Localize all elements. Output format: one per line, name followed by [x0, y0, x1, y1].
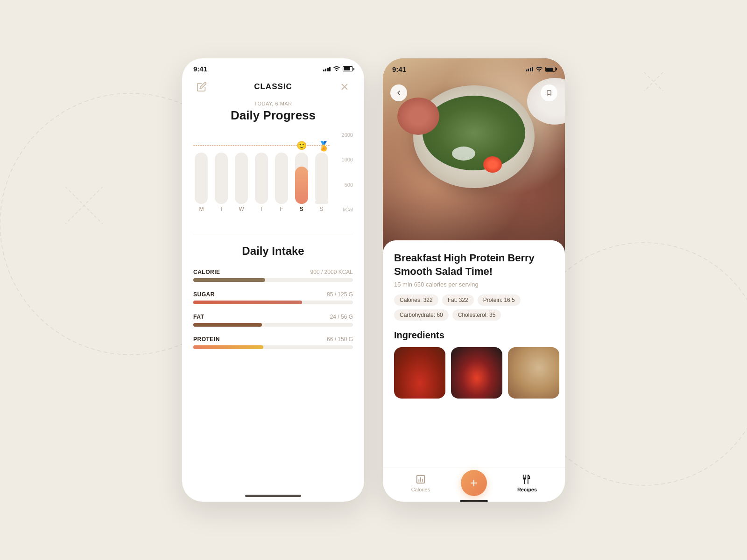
protein-value: 66 / 150 G	[327, 336, 353, 343]
recipe-title: Breakfast High Protein Berry Smooth Sala…	[394, 252, 554, 278]
edit-button[interactable]	[193, 78, 210, 95]
back-button[interactable]	[390, 84, 407, 101]
bar-emoji-S1: 🙂	[296, 140, 307, 151]
nav-calories[interactable]: Calories	[394, 474, 447, 492]
y-label-500: 500	[345, 182, 353, 188]
svg-line-2	[65, 187, 103, 224]
divider	[193, 235, 353, 235]
home-indicator	[245, 495, 301, 497]
bar-col-W: W	[233, 153, 250, 212]
sugar-fill	[193, 301, 302, 304]
right-status-icons	[526, 65, 556, 73]
bar-col-T1: T	[213, 153, 230, 212]
recipes-nav-label: Recipes	[517, 487, 537, 492]
bar-fill-S1-active	[295, 167, 308, 204]
nutrition-tags: Calories: 322 Fat: 322 Protein: 16.5 Car…	[394, 294, 554, 321]
left-navbar: CLASSIC	[182, 73, 364, 101]
y-label-1000: 1000	[342, 157, 353, 162]
recipe-meta: 15 min 650 calories per serving	[394, 281, 554, 288]
calories-nav-label: Calories	[411, 487, 430, 492]
tomato-image	[394, 347, 445, 399]
ingredient-img-3	[508, 347, 559, 399]
ingredient-img-1	[394, 347, 445, 399]
chart-y-labels: 2000 1000 500 kCal	[342, 132, 353, 212]
left-status-bar: 9:41	[182, 58, 364, 73]
signal-icon	[323, 67, 331, 71]
intake-calorie-header: CALORIE 900 / 2000 KCAL	[193, 269, 353, 275]
protein-fill	[193, 345, 263, 349]
tag-fat: Fat: 322	[442, 294, 474, 306]
bowl-white-cheese	[452, 147, 475, 161]
add-button[interactable]: +	[461, 470, 487, 496]
sugar-track	[193, 301, 353, 304]
bar-col-S2: S	[313, 153, 330, 212]
intake-sugar: SUGAR 85 / 125 G	[193, 291, 353, 304]
tag-protein: Protein: 16.5	[478, 294, 521, 306]
chart-area: 🏅 2000 1000 500 kCal M	[193, 132, 353, 225]
protein-label: PROTEIN	[193, 336, 220, 343]
bar-label-S1: S	[300, 206, 303, 212]
bar-fill-W	[235, 180, 248, 204]
intake-protein-header: PROTEIN 66 / 150 G	[193, 336, 353, 343]
right-phone: 9:41	[383, 58, 565, 502]
intake-calorie: CALORIE 900 / 2000 KCAL	[193, 269, 353, 282]
herb-image	[508, 347, 559, 399]
bar-col-F: F	[273, 153, 289, 212]
left-time: 9:41	[193, 65, 207, 73]
right-signal-icon	[526, 67, 534, 71]
ingredients-title: Ingredients	[394, 330, 554, 341]
chart-icon	[415, 474, 426, 485]
berry-image	[451, 347, 502, 399]
content-card: Breakfast High Protein Berry Smooth Sala…	[383, 240, 565, 468]
bar-col-T2: T	[254, 153, 270, 212]
bowl-tomato	[483, 156, 502, 173]
bar-label-W: W	[239, 206, 244, 212]
wifi-icon	[333, 65, 340, 72]
chart-title: Daily Progress	[193, 108, 353, 123]
left-phone: 9:41 CLASSIC	[182, 58, 364, 502]
phones-container: 9:41 CLASSIC	[182, 58, 565, 502]
intake-protein: PROTEIN 66 / 150 G	[193, 336, 353, 349]
sauce-bowl	[397, 98, 439, 135]
close-button[interactable]	[336, 78, 353, 95]
svg-line-5	[644, 72, 663, 91]
calorie-value: 900 / 2000 KCAL	[310, 269, 353, 275]
intake-title: Daily Intake	[193, 245, 353, 258]
bar-wrapper-F	[275, 153, 288, 204]
bookmark-button[interactable]	[541, 84, 557, 101]
fat-fill	[193, 323, 262, 327]
intake-sugar-header: SUGAR 85 / 125 G	[193, 291, 353, 298]
bottom-nav: Calories + Recipes	[383, 468, 565, 502]
bar-fill-M	[195, 176, 208, 204]
bar-wrapper-S2	[315, 153, 328, 204]
bar-fill-F	[275, 183, 288, 204]
bar-fill-T2	[255, 177, 268, 204]
battery-icon	[343, 66, 353, 71]
bar-label-T1: T	[220, 206, 223, 212]
protein-track	[193, 345, 353, 349]
y-label-2000: 2000	[342, 132, 353, 138]
bar-col-S1: 🙂 S	[293, 153, 310, 212]
svg-line-4	[644, 72, 663, 91]
y-label-kcal: kCal	[343, 207, 353, 212]
bar-wrapper-S1: 🙂	[295, 153, 308, 204]
bar-fill-T1	[215, 170, 228, 204]
bars-row: M T W	[193, 146, 330, 225]
tag-cholesterol: Cholesterol: 35	[452, 309, 501, 321]
chart-date: TODAY, 6 MAR	[193, 101, 353, 106]
right-wifi-icon	[536, 65, 543, 73]
fat-label: FAT	[193, 314, 204, 320]
fork-knife-icon	[521, 474, 533, 485]
left-title: CLASSIC	[254, 82, 292, 91]
tag-carb: Carbohydrate: 60	[394, 309, 449, 321]
right-time: 9:41	[392, 65, 406, 73]
tag-calories: Calories: 322	[394, 294, 438, 306]
bar-label-M: M	[199, 206, 204, 212]
intake-section: Daily Intake CALORIE 900 / 2000 KCAL SUG…	[182, 245, 364, 349]
nav-recipes[interactable]: Recipes	[500, 474, 554, 492]
chart-section: TODAY, 6 MAR Daily Progress 🏅 2000 1000 …	[182, 101, 364, 225]
left-status-icons	[323, 65, 353, 72]
ingredients-row	[394, 347, 554, 399]
intake-fat-header: FAT 24 / 56 G	[193, 314, 353, 320]
bar-wrapper-M	[195, 153, 208, 204]
